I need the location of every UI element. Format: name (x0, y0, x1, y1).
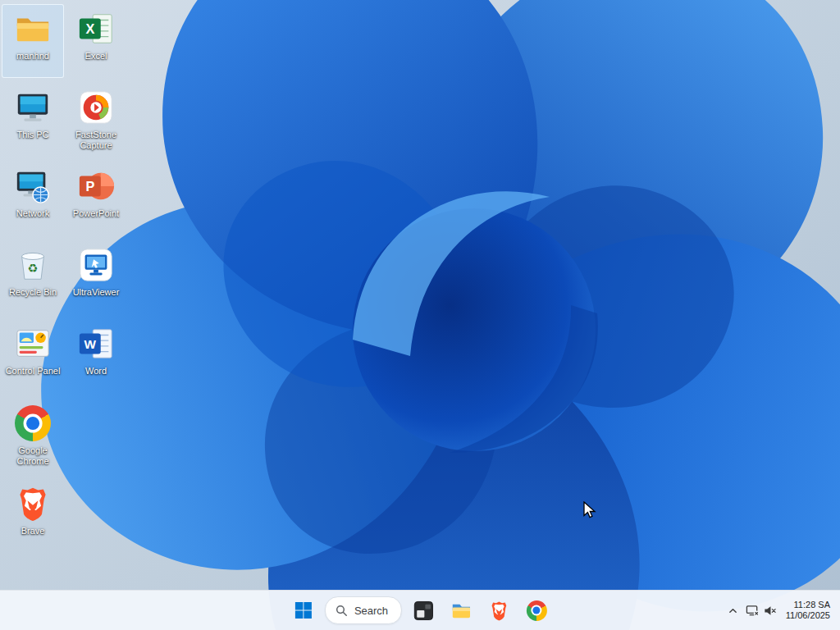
control-panel-icon (13, 324, 52, 363)
folder-icon (13, 9, 52, 48)
desktop-icon-label: UltraViewer (73, 287, 120, 298)
desktop-icon-label: Control Panel (6, 366, 61, 377)
chevron-up-icon (728, 606, 737, 615)
desktop-icon-manhnd[interactable]: manhnd (2, 4, 64, 78)
tray-hidden-icons-button[interactable] (724, 594, 742, 627)
desktop-icon-powerpoint[interactable]: P PowerPoint (65, 162, 127, 235)
word-icon: W (76, 324, 116, 363)
desktop-icon-this-pc[interactable]: This PC (2, 83, 64, 157)
desktop-icon-label: Network (16, 208, 49, 219)
desktop-icon-label: Excel (85, 51, 107, 62)
dark-window-app-icon (413, 600, 434, 621)
svg-text:W: W (84, 337, 97, 351)
desktop-icon-recycle-bin[interactable]: ♻ Recycle Bin (2, 240, 64, 314)
svg-text:♻: ♻ (28, 262, 39, 275)
chrome-icon (13, 404, 52, 443)
volume-icon (763, 604, 777, 618)
search-icon (336, 605, 348, 617)
recycle-bin-icon: ♻ (13, 245, 52, 285)
desktop-icon-faststone[interactable]: FastStone Capture (65, 83, 127, 157)
taskbar-search[interactable]: Search (325, 596, 402, 624)
start-button[interactable] (287, 594, 320, 627)
network-icon (13, 167, 52, 206)
search-label: Search (354, 605, 388, 617)
desktop-icon-label: FastStone Capture (66, 130, 126, 151)
desktop-icon-label: This PC (16, 130, 48, 140)
excel-icon: X (76, 9, 116, 48)
taskbar: Search (0, 590, 840, 630)
taskbar-app-dark-window[interactable] (407, 594, 440, 627)
desktop-icon-ultraviewer[interactable]: UltraViewer (65, 240, 127, 314)
windows-logo-icon (294, 600, 313, 620)
display-network-icon (746, 604, 760, 618)
desktop-icon-google-chrome[interactable]: Google Chrome (2, 399, 64, 472)
desktop-icon-label: manhnd (16, 51, 49, 62)
taskbar-app-chrome[interactable] (520, 594, 553, 627)
taskbar-app-file-explorer[interactable] (445, 594, 477, 627)
clock-time: 11:28 SA (786, 600, 830, 610)
desktop-icon-brave[interactable]: Brave (2, 479, 64, 553)
desktop-icon-label: PowerPoint (73, 208, 119, 219)
tray-network-volume-button[interactable] (742, 594, 781, 627)
tray-clock[interactable]: 11:28 SA 11/06/2025 (781, 600, 838, 621)
desktop-icon-network[interactable]: Network (2, 162, 64, 235)
chrome-taskbar-icon (527, 600, 547, 621)
ultraviewer-icon (76, 245, 116, 285)
clock-date: 11/06/2025 (786, 610, 830, 621)
this-pc-icon (13, 88, 52, 127)
desktop[interactable]: manhnd X Excel This PC (0, 0, 840, 630)
brave-icon (13, 484, 52, 523)
desktop-icon-excel[interactable]: X Excel (65, 4, 127, 78)
desktop-icon-word[interactable]: W Word (65, 319, 127, 393)
file-explorer-icon (450, 600, 472, 622)
desktop-icon-control-panel[interactable]: Control Panel (2, 319, 64, 393)
svg-text:X: X (85, 21, 94, 36)
desktop-icon-label: Recycle Bin (9, 287, 57, 298)
taskbar-app-brave[interactable] (482, 594, 515, 627)
powerpoint-icon: P (76, 167, 116, 206)
desktop-icon-label: Word (85, 366, 107, 377)
desktop-icon-label: Google Chrome (2, 445, 63, 467)
faststone-capture-icon (76, 88, 116, 127)
svg-text:P: P (85, 179, 94, 194)
desktop-icon-label: Brave (21, 526, 45, 536)
brave-taskbar-icon (489, 600, 509, 621)
